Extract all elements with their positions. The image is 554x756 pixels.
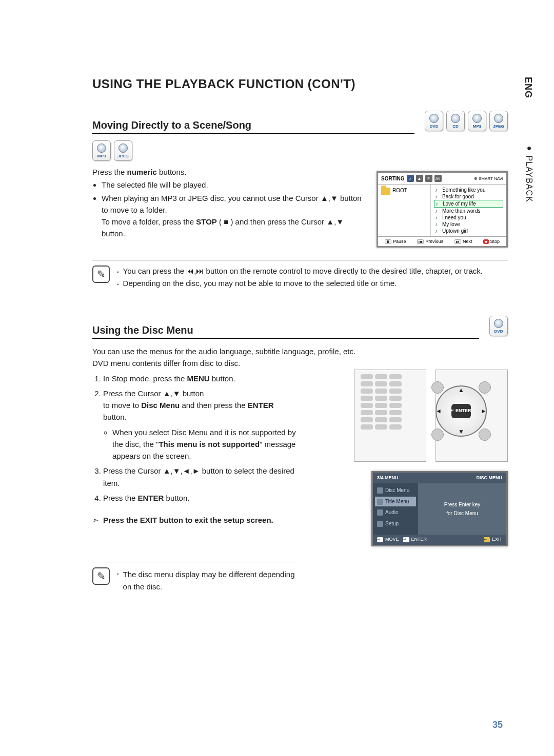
osd-menu-item: Disc Menu	[375, 485, 416, 496]
remote-diagram: ▲ ▼ ◄ ► ↵ ENTER	[354, 370, 508, 462]
disc-menu-osd: 3/4 MENU DISC MENU Disc Menu Title Menu …	[371, 471, 508, 547]
up-arrow-icon: ▲	[458, 385, 464, 395]
list-item: ♪Back for good	[434, 193, 503, 200]
section2-heading: Using the Disc Menu	[92, 324, 479, 339]
note-item: Depending on the disc, you may not be ab…	[117, 279, 508, 290]
section1-heading: Moving Directly to a Scene/Song	[92, 119, 414, 134]
music-tab-icon: ♪	[407, 175, 414, 182]
remote-button-grid	[361, 374, 402, 430]
s2-step-2-sub: When you select Disc Menu and it is not …	[112, 426, 298, 462]
music-note-icon: ♪	[435, 222, 440, 227]
osd-title-left: 3/4 MENU	[377, 475, 399, 482]
list-item: ♪More than words	[434, 208, 503, 214]
media-badges-s2: DVD	[489, 316, 508, 336]
badge-dvd: DVD	[425, 111, 443, 131]
dpad: ▲ ▼ ◄ ► ↵ ENTER	[430, 380, 492, 442]
section-tab: ● PLAYBACK	[524, 144, 533, 202]
badge-mp3-s1: MP3	[92, 140, 111, 161]
osd-message-1: Press Enter key	[444, 501, 481, 509]
s2-paragraph-1: You can use the menus for the audio lang…	[92, 345, 508, 357]
list-item: ♪Something like you	[434, 187, 503, 193]
title-menu-icon	[377, 499, 383, 505]
movie-tab-icon: ≡	[425, 175, 432, 182]
section1-notes: ✎ You can press the ⏮,⏭ button on the re…	[92, 260, 508, 291]
badge-jpeg: JPEG	[489, 111, 508, 131]
list-item: ♪Uptown girl	[434, 228, 503, 234]
osd-message-2: for Disc Menu	[446, 509, 478, 518]
badge-cd: CD	[446, 111, 465, 131]
section-tab-label: PLAYBACK	[525, 155, 533, 202]
osd-menu-item-selected: Title Menu	[375, 497, 416, 507]
disc-menu-icon	[377, 487, 383, 494]
sorting-label: SORTING	[381, 176, 405, 181]
corner-button-icon	[431, 428, 444, 441]
page-title: USING THE PLAYBACK FUNCTION (CON'T)	[92, 77, 508, 91]
note-icon: ✎	[92, 265, 110, 283]
badge-dvd-s2: DVD	[489, 316, 508, 336]
s2-step-3: Press the Cursor ▲,▼,◄,► button to selec…	[103, 465, 298, 489]
all-tab-icon: All	[434, 175, 442, 182]
page-number: 35	[492, 720, 503, 730]
enter-button: ↵ ENTER	[451, 404, 471, 418]
corner-button-icon	[479, 381, 491, 394]
music-note-icon: ♪	[435, 194, 440, 199]
s1-bullet-1: The selected file will be played.	[102, 179, 366, 191]
s2-step-4: Press the ENTER button.	[103, 492, 298, 504]
music-note-icon: ♪	[435, 209, 440, 214]
corner-button-icon	[479, 428, 491, 441]
list-item-selected: ♪Love of my life	[434, 200, 503, 208]
gear-icon	[377, 521, 383, 527]
osd-title-right: DISC MENU	[476, 475, 502, 482]
audio-icon	[377, 509, 383, 516]
corner-button-icon	[431, 381, 444, 394]
osd-menu-item: Audio	[375, 507, 416, 518]
list-item: ♪My love	[434, 221, 503, 228]
song-list: ♪Something like you ♪Back for good ♪Love…	[431, 185, 506, 236]
down-arrow-icon: ▼	[458, 427, 464, 437]
note-icon: ✎	[92, 567, 110, 585]
root-folder-icon	[381, 188, 390, 195]
note-item: The disc menu display may be different d…	[117, 568, 298, 592]
music-note-icon: ♪	[436, 201, 441, 207]
photo-tab-icon: ▲	[416, 175, 423, 182]
section1-body: Press the numeric buttons. The selected …	[92, 166, 366, 243]
badge-jpeg-s1: JPEG	[114, 140, 132, 161]
note-item: You can press the ⏮,⏭ button on the remo…	[117, 267, 508, 278]
right-arrow-icon: ►	[481, 406, 487, 416]
s2-step-2: Press the Cursor ▲,▼ button to move to D…	[103, 387, 298, 462]
s2-paragraph-2: DVD menu contents differ from disc to di…	[92, 357, 508, 369]
section2-notes: ✎ The disc menu display may be different…	[92, 562, 298, 594]
music-note-icon: ♪	[435, 229, 440, 234]
root-folder-label: ROOT	[392, 188, 407, 193]
media-badges-s1: MP3 JPEG	[92, 140, 508, 161]
language-tab: ENG	[523, 77, 533, 98]
osd-menu-item: Setup	[375, 519, 416, 529]
media-badges-top: DVD CD MP3 JPEG	[425, 111, 508, 131]
badge-mp3: MP3	[468, 111, 486, 131]
list-item: ♪I need you	[434, 214, 503, 221]
music-note-icon: ♪	[435, 215, 440, 220]
s2-step-1: In Stop mode, press the MENU button.	[103, 373, 298, 384]
music-note-icon: ♪	[435, 188, 440, 193]
s1-bullet-2: When playing an MP3 or JPEG disc, you ca…	[102, 192, 366, 240]
left-arrow-icon: ◄	[436, 406, 442, 416]
exit-instruction: Press the EXIT button to exit the setup …	[92, 514, 298, 526]
sorting-panel: SORTING ♪ ▲ ≡ All ⊕ SMART NAVI ROOT ♪Som…	[377, 171, 508, 248]
